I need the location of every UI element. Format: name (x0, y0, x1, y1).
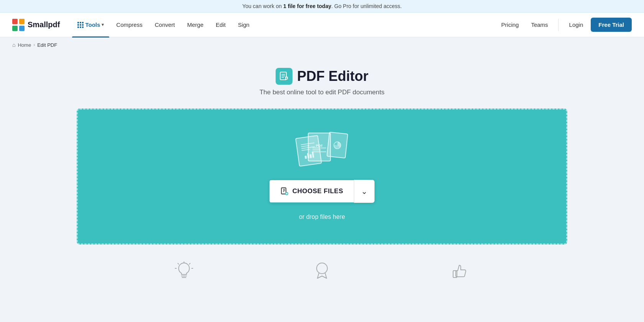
banner-highlight: 1 file for free today (283, 3, 331, 9)
feature-col-award (253, 260, 391, 281)
edit-pdf-svg (279, 71, 289, 81)
choose-files-button[interactable]: CHOOSE FILES (269, 180, 354, 202)
grid-icon (77, 22, 84, 28)
breadcrumb: ⌂ Home › Edit PDF (0, 37, 644, 53)
pie-chart-icon (333, 140, 342, 150)
drop-hint-text: or drop files here (299, 214, 345, 220)
pdf-doc-center: PDF (308, 133, 331, 161)
choose-files-dropdown-button[interactable]: ⌄ (354, 180, 375, 203)
pdf-editor-icon (276, 68, 292, 85)
breadcrumb-home[interactable]: Home (18, 42, 31, 48)
banner-text-prefix: You can work on (242, 3, 283, 9)
file-upload-icon (280, 187, 289, 196)
choose-files-row: CHOOSE FILES ⌄ (269, 180, 375, 203)
svg-point-9 (317, 263, 327, 274)
logo-icon (12, 19, 25, 31)
nav-tools[interactable]: Tools ▾ (72, 18, 109, 31)
svg-rect-2 (12, 26, 18, 31)
lightbulb-icon (173, 260, 195, 281)
banner-text-suffix: . Go Pro for unlimited access. (331, 3, 402, 9)
tools-chevron-icon: ▾ (102, 22, 104, 27)
page-title: PDF Editor (297, 68, 368, 84)
nav-edit[interactable]: Edit (210, 18, 231, 31)
svg-rect-7 (281, 188, 286, 194)
nav-compress[interactable]: Compress (111, 18, 148, 31)
login-button[interactable]: Login (563, 18, 590, 31)
chevron-down-icon: ⌄ (361, 187, 368, 196)
top-banner: You can work on 1 file for free today. G… (0, 0, 644, 13)
nav-left: Tools ▾ Compress Convert Merge Edit Sign (72, 18, 496, 31)
feature-col-thumbsup (391, 260, 529, 281)
breadcrumb-current: Edit PDF (37, 42, 57, 48)
nav-divider (558, 19, 559, 31)
files-illustration: PDF (297, 133, 347, 169)
thumbs-up-icon (449, 260, 471, 281)
home-icon: ⌂ (12, 42, 15, 48)
award-icon (311, 260, 333, 281)
bottom-section (12, 245, 632, 281)
header: Smallpdf Tools ▾ Compress Convert Merge … (0, 13, 644, 37)
page-subtitle: The best online tool to edit PDF documen… (260, 89, 384, 96)
breadcrumb-separator: › (33, 42, 35, 48)
svg-rect-0 (12, 19, 18, 24)
nav-tools-label: Tools (85, 21, 100, 28)
choose-files-label: CHOOSE FILES (292, 187, 343, 195)
nav-sign[interactable]: Sign (233, 18, 255, 31)
logo-link[interactable]: Smallpdf (12, 19, 60, 31)
nav-merge[interactable]: Merge (182, 18, 209, 31)
nav-teams[interactable]: Teams (526, 18, 553, 31)
free-trial-button[interactable]: Free Trial (591, 18, 632, 32)
feature-col-lightbulb (115, 260, 253, 281)
page-title-row: PDF Editor (260, 68, 384, 85)
logo-text: Smallpdf (28, 20, 60, 29)
drop-zone[interactable]: PDF (77, 108, 567, 245)
main-content: PDF Editor The best online tool to edit … (0, 53, 644, 304)
svg-rect-1 (19, 19, 25, 24)
nav-convert[interactable]: Convert (150, 18, 181, 31)
svg-rect-3 (19, 26, 25, 31)
nav-right: Pricing Teams Login Free Trial (496, 18, 632, 32)
nav-pricing[interactable]: Pricing (496, 18, 524, 31)
page-header: PDF Editor The best online tool to edit … (260, 68, 384, 96)
